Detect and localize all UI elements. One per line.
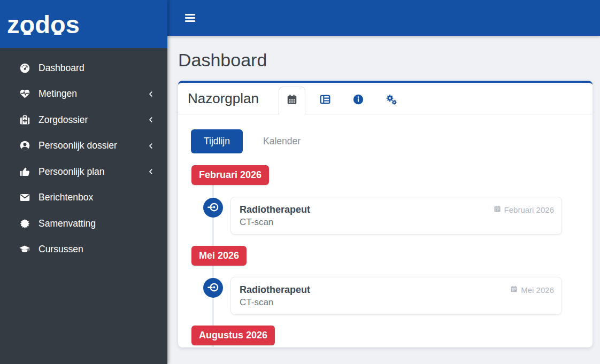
sidebar-item-label: Persoonlijk dossier: [39, 140, 117, 151]
chevron-left-icon: [147, 115, 155, 125]
graduation-cap-icon: [18, 244, 31, 255]
brand-logo[interactable]: zodos: [0, 0, 167, 48]
gauge-icon: [18, 62, 31, 74]
sidebar-item-metingen[interactable]: Metingen: [0, 81, 167, 107]
burst-badge-icon: [18, 218, 31, 229]
sidebar-item-berichtenbox[interactable]: Berichtenbox: [0, 185, 167, 211]
tab-settings[interactable]: [378, 87, 405, 114]
medical-kit-icon: [18, 114, 31, 126]
panel-title: Nazorgplan: [188, 90, 259, 107]
sidebar-item-label: Zorgdossier: [39, 114, 88, 126]
sidebar-item-label: Dashboard: [39, 63, 84, 74]
sidebar-item-samenvatting[interactable]: Samenvatting: [0, 211, 167, 237]
timeline-entry[interactable]: Radiotherapeut CT-scan Februari 2026: [230, 197, 562, 235]
tab-table-list[interactable]: [312, 87, 339, 114]
tab-calendar[interactable]: [279, 87, 305, 114]
heart-pulse-icon: [18, 88, 31, 100]
ct-scan-icon: [203, 278, 223, 298]
main-area: Dashboard Nazorgplan: [167, 0, 600, 364]
chevron-left-icon: [147, 141, 155, 151]
sidebar-item-label: Metingen: [39, 88, 77, 99]
ct-scan-icon: [203, 198, 223, 218]
calendar-icon: [286, 94, 298, 108]
topbar: [167, 0, 600, 36]
page-content: Dashboard Nazorgplan: [167, 36, 600, 347]
panel-header: Nazorgplan: [178, 83, 593, 114]
sidebar-item-label: Samenvatting: [39, 218, 96, 229]
chevron-left-icon: [147, 89, 155, 99]
info-circle-icon: [352, 94, 364, 107]
entry-date: Mei 2026: [510, 285, 554, 295]
entry-date-label: Mei 2026: [521, 285, 554, 295]
sidebar: zodos Dashboard Metingen Zorgdossier: [0, 0, 167, 364]
entry-date-label: Februari 2026: [504, 205, 554, 214]
month-badge: Mei 2026: [191, 246, 247, 266]
entry-subtitle: CT-scan: [240, 217, 553, 228]
sidebar-item-dashboard[interactable]: Dashboard: [0, 55, 167, 81]
calendar-icon: [510, 285, 518, 295]
entry-title: Radiotherapeut: [240, 284, 553, 296]
table-list-icon: [319, 94, 331, 107]
tab-info[interactable]: [345, 87, 372, 114]
sidebar-item-label: Cursussen: [39, 244, 83, 255]
hamburger-menu-icon[interactable]: [183, 12, 197, 24]
nazorgplan-panel: Nazorgplan: [178, 81, 593, 347]
month-badge: Augustus 2026: [191, 326, 275, 345]
entry-date: Februari 2026: [494, 205, 554, 214]
sidebar-item-label: Persoonlijk plan: [39, 166, 105, 177]
timeline-view: Tijdlijn Kalender Februari 2026 Radiothe…: [178, 114, 593, 347]
month-badge: Februari 2026: [191, 165, 269, 185]
calendar-toggle-button[interactable]: Kalender: [255, 129, 309, 153]
chevron-left-icon: [147, 167, 155, 176]
user-circle-icon: [18, 140, 31, 152]
thumbs-up-icon: [18, 166, 31, 177]
gears-icon: [385, 94, 398, 108]
sidebar-item-persoonlijk-dossier[interactable]: Persoonlijk dossier: [0, 133, 167, 159]
sidebar-item-persoonlijk-plan[interactable]: Persoonlijk plan: [0, 159, 167, 185]
envelope-icon: [18, 192, 31, 204]
sidebar-item-cursussen[interactable]: Cursussen: [0, 237, 167, 263]
entry-subtitle: CT-scan: [240, 297, 553, 308]
calendar-icon: [494, 205, 501, 214]
timeline-entry[interactable]: Radiotherapeut CT-scan Mei 2026: [230, 277, 562, 315]
page-title: Dashboard: [178, 50, 593, 71]
timeline-toggle-button[interactable]: Tijdlijn: [191, 129, 243, 153]
sidebar-item-label: Berichtenbox: [39, 192, 93, 203]
sidebar-nav: Dashboard Metingen Zorgdossier Per: [0, 48, 167, 262]
sidebar-item-zorgdossier[interactable]: Zorgdossier: [0, 107, 167, 133]
panel-tabs: [279, 83, 405, 114]
